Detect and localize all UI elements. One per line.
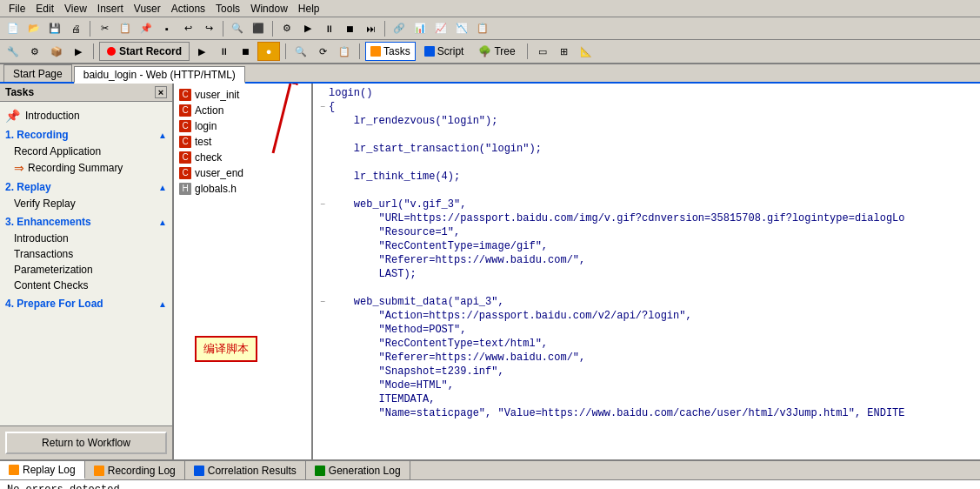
tb-btn21[interactable]: 🔗 [390, 19, 409, 38]
sidebar-item-intro-top[interactable]: 📌 Introduction [0, 105, 172, 126]
section-enhancements-header[interactable]: 3. Enhancements ▲ [0, 213, 172, 231]
atb-btn1[interactable]: 🔧 [3, 42, 23, 61]
collapse-icon[interactable] [317, 87, 329, 89]
atb-btn10[interactable]: ● [257, 42, 280, 61]
code-line-10: "URL=https://passport.baidu.com/img/v.gi… [317, 212, 977, 226]
tb-btn23[interactable]: 📈 [431, 19, 450, 38]
tab-replay-log[interactable]: Replay Log [0, 461, 85, 479]
file-check[interactable]: C check [177, 150, 308, 165]
atb-btn21[interactable]: ⊞ [555, 42, 574, 61]
file-test[interactable]: C test [177, 134, 308, 150]
file-action[interactable]: C Action [177, 103, 308, 118]
file-login[interactable]: C login [177, 118, 308, 134]
atb-sep3 [359, 44, 360, 59]
c9[interactable]: − [317, 198, 329, 210]
undo-btn[interactable]: ↩ [178, 19, 197, 38]
tb-btn12[interactable]: 🔍 [228, 19, 247, 38]
atb-btn14[interactable]: 📋 [335, 42, 354, 61]
tab-correlation-results[interactable]: Correlation Results [185, 461, 306, 479]
file-vuser-end[interactable]: C vuser_end [177, 165, 308, 181]
atb-btn4[interactable]: ▶ [69, 42, 88, 61]
tree-tab-btn[interactable]: 🌳 Tree [472, 42, 521, 61]
cut-btn[interactable]: ✂ [95, 19, 114, 38]
tb-btn16[interactable]: ▶ [298, 19, 317, 38]
tasks-btn-label: Tasks [383, 45, 410, 57]
intro-enh-label: Introduction [14, 232, 69, 244]
section-recording-header[interactable]: 1. Recording ▲ [0, 126, 172, 144]
menu-tools[interactable]: Tools [210, 1, 245, 17]
c21 [317, 365, 329, 367]
code-line-5: lr_start_transaction("login"); [317, 143, 977, 157]
tb-btn19[interactable]: ⏭ [361, 19, 380, 38]
save-btn[interactable]: 💾 [45, 19, 64, 38]
play-btn[interactable]: ▶ [192, 42, 211, 61]
tasks-close-btn[interactable]: × [155, 86, 167, 98]
menu-help[interactable]: Help [293, 1, 325, 17]
stop-btn[interactable]: ⏹ [236, 42, 255, 61]
tb-btn25[interactable]: 📋 [473, 19, 492, 38]
menu-vuser[interactable]: Vuser [129, 1, 166, 17]
new-btn[interactable]: 📄 [3, 19, 23, 38]
record-dot-icon [107, 47, 116, 56]
copy-btn[interactable]: 📋 [116, 19, 135, 38]
menu-view[interactable]: View [59, 1, 92, 17]
sidebar-item-verify-replay[interactable]: Verify Replay [0, 196, 172, 211]
atb-btn20[interactable]: ▭ [533, 42, 552, 61]
file-vuser-init[interactable]: C vuser_init [177, 87, 308, 103]
sidebar-item-intro-enh[interactable]: Introduction [0, 231, 172, 246]
collapse-brace[interactable]: − [317, 101, 329, 112]
atb-btn3[interactable]: 📦 [47, 42, 66, 61]
atb-btn12[interactable]: 🔍 [291, 42, 310, 61]
atb-btn13[interactable]: ⟳ [313, 42, 332, 61]
tab-generation-log[interactable]: Generation Log [306, 461, 410, 479]
sidebar-item-content-checks[interactable]: Content Checks [0, 278, 172, 293]
tasks-footer: Return to Workflow [0, 425, 172, 459]
section-replay-header[interactable]: 2. Replay ▲ [0, 178, 172, 196]
sidebar-item-transactions[interactable]: Transactions [0, 246, 172, 262]
tb-btn24[interactable]: 📉 [452, 19, 471, 38]
menu-insert[interactable]: Insert [92, 1, 129, 17]
c4 [317, 129, 329, 131]
open-btn[interactable]: 📂 [24, 19, 43, 38]
tasks-tab-btn[interactable]: Tasks [365, 42, 416, 61]
start-record-button[interactable]: Start Record [99, 42, 190, 61]
sidebar-item-recording-summary[interactable]: ⇒ Recording Summary [0, 159, 172, 177]
tb-btn17[interactable]: ⏸ [319, 19, 338, 38]
menu-file[interactable]: File [3, 1, 30, 17]
menu-actions[interactable]: Actions [166, 1, 210, 17]
return-to-workflow-button[interactable]: Return to Workflow [5, 432, 167, 454]
section-prepare-header[interactable]: 4. Prepare For Load ▲ [0, 295, 172, 312]
record-app-label: Record Application [14, 145, 101, 157]
tab-start-page[interactable]: Start Page [3, 64, 72, 82]
sidebar-item-parameterization[interactable]: Parameterization [0, 262, 172, 278]
tb-btn22[interactable]: 📊 [410, 19, 430, 38]
code-line-3: lr_rendezvous("login"); [317, 115, 977, 129]
tab-baidu-login[interactable]: baidu_login - Web (HTTP/HTML) [74, 66, 245, 84]
file-globals-h[interactable]: H globals.h [177, 181, 308, 197]
tree-btn-label: Tree [494, 45, 515, 57]
code-panel[interactable]: login() − { lr_rendezvous("login"); lr_s… [313, 84, 980, 459]
atb-btn2[interactable]: ⚙ [25, 42, 44, 61]
atb-sep1 [93, 44, 94, 59]
script-tab-btn[interactable]: Script [418, 42, 470, 61]
menu-window[interactable]: Window [245, 1, 293, 17]
code-line-6 [317, 157, 977, 171]
tb-btn15[interactable]: ⚙ [277, 19, 297, 38]
paste-btn[interactable]: 📌 [137, 19, 156, 38]
code-line-8 [317, 184, 977, 198]
code-line-9: − web_url("v.gif_3", [317, 198, 977, 212]
code-line-1: login() [317, 87, 977, 101]
pause-btn[interactable]: ⏸ [214, 42, 233, 61]
tab-recording-log[interactable]: Recording Log [85, 461, 185, 479]
tb-btn8[interactable]: ▪ [157, 19, 177, 38]
tb-btn18[interactable]: ⏹ [340, 19, 359, 38]
menu-edit[interactable]: Edit [30, 1, 59, 17]
sidebar-item-record-app[interactable]: Record Application [0, 144, 172, 159]
c16[interactable]: − [317, 296, 329, 307]
c23 [317, 393, 329, 395]
file-name-check: check [195, 151, 222, 164]
tb-btn4[interactable]: 🖨 [66, 19, 85, 38]
atb-btn22[interactable]: 📐 [577, 42, 596, 61]
tb-btn13[interactable]: ⬛ [249, 19, 268, 38]
redo-btn[interactable]: ↪ [199, 19, 218, 38]
